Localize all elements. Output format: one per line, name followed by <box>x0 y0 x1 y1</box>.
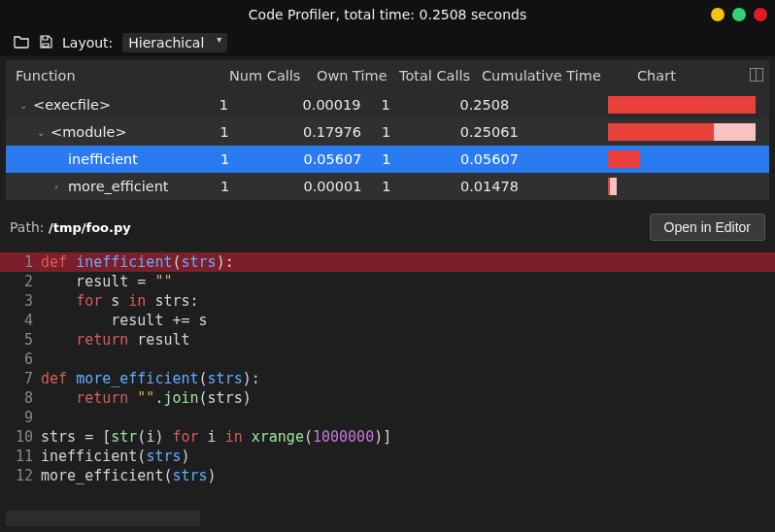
line-number: 5 <box>10 330 41 349</box>
total-calls-cell: 1 <box>382 179 460 194</box>
function-name: <execfile> <box>33 97 111 113</box>
code-line[interactable]: 7def more_efficient(strs): <box>0 369 775 388</box>
cumulative-cell: 0.25061 <box>460 124 608 140</box>
close-icon[interactable] <box>754 8 767 21</box>
line-number: 1 <box>10 252 41 272</box>
code-line[interactable]: 2 result = "" <box>0 272 775 291</box>
path-value: /tmp/foo.py <box>49 220 131 235</box>
code-text: result = "" <box>41 272 172 291</box>
header-function[interactable]: Function <box>16 68 229 83</box>
line-number: 6 <box>10 349 41 369</box>
own-time-cell: 0.00019 <box>303 97 382 113</box>
function-name: <module> <box>51 124 127 140</box>
function-name: more_efficient <box>68 179 169 194</box>
code-line[interactable]: 5 return result <box>0 330 775 349</box>
function-cell: ⌄<execfile> <box>16 97 219 113</box>
line-number: 2 <box>10 272 41 291</box>
line-number: 11 <box>10 447 41 466</box>
save-icon[interactable] <box>39 35 52 50</box>
cumulative-cell: 0.2508 <box>460 97 608 113</box>
path-display: Path: /tmp/foo.py <box>10 219 131 235</box>
expander-icon[interactable]: ⌄ <box>37 127 47 138</box>
expander-icon[interactable]: ⌄ <box>19 100 29 111</box>
code-text: more_efficient(strs) <box>41 466 217 485</box>
code-line[interactable]: 10strs = [str(i) for i in xrange(1000000… <box>0 427 775 447</box>
line-number: 7 <box>10 369 41 388</box>
num-calls-cell: 1 <box>219 124 303 140</box>
line-number: 12 <box>10 466 41 485</box>
code-text: return result <box>41 330 190 349</box>
cumulative-cell: 0.05607 <box>460 151 608 167</box>
table-row[interactable]: ⌄<execfile>10.0001910.2508 <box>6 91 769 118</box>
line-number: 8 <box>10 388 41 408</box>
line-number: 10 <box>10 427 41 447</box>
header-chart[interactable]: Chart <box>637 68 759 83</box>
header-cumulative[interactable]: Cumulative Time <box>482 68 637 83</box>
chart-cell <box>608 178 759 195</box>
code-text: strs = [str(i) for i in xrange(1000000)] <box>41 427 391 447</box>
code-text: inefficient(strs) <box>41 447 190 466</box>
function-name: inefficient <box>68 151 138 167</box>
code-text: result += s <box>41 311 208 330</box>
minimize-icon[interactable] <box>711 8 724 21</box>
maximize-icon[interactable] <box>732 8 746 21</box>
own-time-cell: 0.05607 <box>304 151 383 167</box>
cumulative-cell: 0.01478 <box>460 179 608 194</box>
code-text: def more_efficient(strs): <box>41 369 260 388</box>
code-line[interactable]: 1def inefficient(strs): <box>0 252 775 272</box>
columns-config-icon[interactable] <box>750 68 763 82</box>
horizontal-scrollbar[interactable] <box>6 511 200 526</box>
code-text: def inefficient(strs): <box>41 252 234 272</box>
code-text: return "".join(strs) <box>41 388 252 408</box>
table-row[interactable]: inefficient10.0560710.05607 <box>6 146 769 173</box>
code-line[interactable]: 4 result += s <box>0 311 775 330</box>
chart-cell <box>608 96 759 114</box>
num-calls-cell: 1 <box>220 179 304 194</box>
layout-select[interactable]: Hierachical <box>122 33 227 52</box>
line-number: 4 <box>10 311 41 330</box>
header-own-time[interactable]: Own Time <box>317 68 399 83</box>
total-calls-cell: 1 <box>382 97 460 113</box>
open-folder-icon[interactable] <box>14 35 29 50</box>
path-row: Path: /tmp/foo.py Open in Editor <box>0 200 775 249</box>
code-line[interactable]: 9 <box>0 408 775 427</box>
line-number: 9 <box>10 408 41 427</box>
window-title: Code Profiler, total time: 0.2508 second… <box>249 7 526 22</box>
code-line[interactable]: 8 return "".join(strs) <box>0 388 775 408</box>
num-calls-cell: 1 <box>219 97 303 113</box>
table-body: ⌄<execfile>10.0001910.2508⌄<module>10.17… <box>6 91 769 200</box>
chart-cell <box>608 150 759 168</box>
code-text: for s in strs: <box>41 291 199 311</box>
num-calls-cell: 1 <box>220 151 304 167</box>
total-calls-cell: 1 <box>382 151 460 167</box>
expander-icon[interactable]: › <box>54 182 64 192</box>
code-line[interactable]: 12more_efficient(strs) <box>0 466 775 485</box>
code-line[interactable]: 3 for s in strs: <box>0 291 775 311</box>
own-time-cell: 0.00001 <box>304 179 383 194</box>
table-row[interactable]: ›more_efficient10.0000110.01478 <box>6 173 769 200</box>
code-line[interactable]: 6 <box>0 349 775 369</box>
header-total-calls[interactable]: Total Calls <box>399 68 482 83</box>
table-row[interactable]: ⌄<module>10.1797610.25061 <box>6 118 769 146</box>
function-cell: ›more_efficient <box>16 179 220 194</box>
window-controls <box>711 0 767 29</box>
line-number: 3 <box>10 291 41 311</box>
open-in-editor-button[interactable]: Open in Editor <box>650 214 766 241</box>
function-cell: inefficient <box>16 151 220 167</box>
layout-label: Layout: <box>62 35 113 50</box>
total-calls-cell: 1 <box>382 124 460 140</box>
layout-select-value: Hierachical <box>128 35 204 50</box>
function-cell: ⌄<module> <box>16 124 219 140</box>
code-line[interactable]: 11inefficient(strs) <box>0 447 775 466</box>
code-viewer[interactable]: 1def inefficient(strs):2 result = ""3 fo… <box>0 249 775 485</box>
chart-cell <box>608 123 759 141</box>
header-num-calls[interactable]: Num Calls <box>229 68 317 83</box>
own-time-cell: 0.17976 <box>303 124 382 140</box>
path-label: Path: <box>10 219 49 235</box>
toolbar: Layout: Hierachical <box>0 29 775 56</box>
table-header-row: Function Num Calls Own Time Total Calls … <box>6 60 769 91</box>
profiler-table: Function Num Calls Own Time Total Calls … <box>6 60 769 200</box>
titlebar: Code Profiler, total time: 0.2508 second… <box>0 0 775 29</box>
